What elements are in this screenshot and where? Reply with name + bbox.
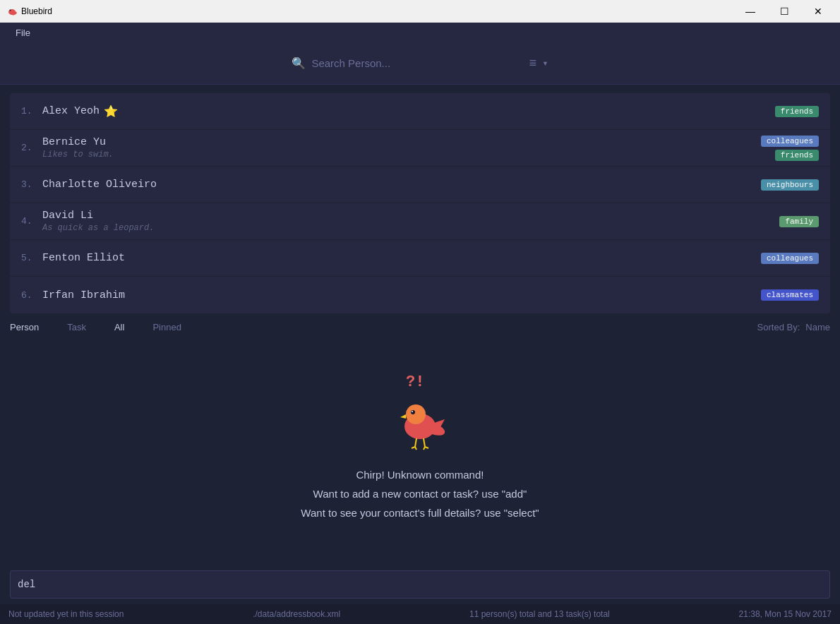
contact-row[interactable]: 6.Irfan Ibrahimclassmates [10, 277, 830, 313]
bottom-tabs: Person Task All Pinned Sorted By: Name [0, 316, 840, 338]
contact-note: Likes to swim. [42, 150, 761, 160]
contact-list: 1.Alex Yeoh⭐friends2.Bernice YuLikes to … [10, 93, 830, 313]
tab-all[interactable]: All [114, 322, 124, 332]
menu-file[interactable]: File [8, 25, 37, 41]
contact-info: Irfan Ibrahim [42, 289, 761, 301]
contact-info: Bernice YuLikes to swim. [42, 136, 761, 160]
filter-icon[interactable]: ≡ [529, 56, 536, 71]
search-input[interactable] [311, 57, 523, 69]
dropdown-icon[interactable]: ▾ [542, 57, 548, 69]
tag-family: family [779, 216, 819, 227]
status-stats: 11 person(s) total and 13 task(s) total [469, 609, 610, 619]
svg-marker-9 [400, 414, 406, 419]
contact-num: 3. [21, 179, 42, 190]
menu-bar: File [0, 23, 840, 42]
search-bar: 🔍 ≡ ▾ [0, 42, 840, 85]
svg-line-16 [424, 447, 425, 450]
tag-classmates: classmates [761, 289, 819, 301]
question-mark: ?! [406, 373, 424, 391]
contact-name: Alex Yeoh⭐ [42, 104, 775, 119]
close-button[interactable]: ✕ [802, 0, 834, 23]
error-messages: Chirp! Unknown command! Want to add a ne… [301, 465, 539, 522]
contact-name: Charlotte Oliveiro [42, 179, 761, 191]
contact-num: 5. [21, 253, 42, 263]
error-line3: Want to see your contact's full details?… [301, 503, 539, 522]
contact-info: Charlotte Oliveiro [42, 179, 761, 191]
tag-colleagues: colleagues [761, 253, 819, 264]
sorted-by-label: Sorted By: [757, 322, 800, 332]
sorted-by-value: Name [805, 322, 830, 332]
contact-num: 1. [21, 106, 42, 116]
contact-tags: colleaguesfriends [761, 136, 819, 161]
contact-info: David LiAs quick as a leopard. [42, 210, 779, 233]
tag-colleagues: colleagues [761, 136, 819, 147]
status-time: 21:38, Mon 15 Nov 2017 [739, 609, 832, 619]
tag-friends: friends [775, 150, 819, 161]
contact-num: 6. [21, 290, 42, 301]
search-icon: 🔍 [292, 56, 306, 71]
svg-point-7 [411, 410, 415, 414]
contact-row[interactable]: 2.Bernice YuLikes to swim.colleaguesfrie… [10, 130, 830, 167]
sort-info: Sorted By: Name [757, 322, 830, 332]
tab-pinned[interactable]: Pinned [152, 322, 181, 332]
contact-tags: classmates [761, 289, 819, 301]
status-left: Not updated yet in this session [8, 609, 124, 619]
svg-point-3 [10, 10, 11, 11]
command-input[interactable] [18, 579, 822, 590]
contact-info: Alex Yeoh⭐ [42, 104, 775, 119]
svg-line-11 [415, 438, 416, 447]
minimize-button[interactable]: — [734, 0, 767, 23]
svg-line-15 [425, 447, 428, 448]
title-bar: Bluebird — ☐ ✕ [0, 0, 840, 23]
title-bar-controls: — ☐ ✕ [734, 0, 834, 23]
svg-line-13 [412, 447, 415, 448]
contact-name: Irfan Ibrahim [42, 289, 761, 301]
status-bar: Not updated yet in this session ./data/a… [0, 604, 840, 624]
maximize-button[interactable]: ☐ [768, 0, 800, 23]
title-bar-left: Bluebird [6, 6, 52, 17]
tab-person[interactable]: Person [10, 322, 39, 332]
tab-task[interactable]: Task [67, 322, 86, 332]
svg-line-14 [415, 447, 416, 450]
contact-row[interactable]: 4.David LiAs quick as a leopard.family [10, 203, 830, 240]
error-line1: Chirp! Unknown command! [301, 465, 539, 484]
contact-num: 4. [21, 216, 42, 227]
contact-row[interactable]: 3.Charlotte Oliveironeighbours [10, 167, 830, 203]
contact-note: As quick as a leopard. [42, 223, 779, 233]
svg-point-8 [412, 411, 413, 412]
tag-friends: friends [775, 106, 819, 117]
contact-name: David Li [42, 210, 779, 222]
contact-info: Fenton Elliot [42, 252, 761, 264]
contact-tags: friends [775, 106, 819, 117]
contact-tags: family [779, 216, 819, 227]
svg-point-6 [406, 404, 426, 424]
main-content: ?! Chirp! Unknown command! Want [0, 338, 840, 565]
contact-tags: colleagues [761, 253, 819, 264]
error-line2: Want to add a new contact or task? use "… [301, 484, 539, 503]
app-title: Bluebird [21, 6, 52, 16]
contact-name: Bernice Yu [42, 136, 761, 148]
app-icon [6, 6, 17, 17]
contact-row[interactable]: 1.Alex Yeoh⭐friends [10, 93, 830, 130]
contact-num: 2. [21, 143, 42, 153]
contact-tags: neighbours [761, 179, 819, 191]
contact-name: Fenton Elliot [42, 252, 761, 264]
star-icon: ⭐ [104, 104, 118, 119]
svg-line-12 [424, 438, 425, 447]
bird-svg [385, 380, 455, 451]
contact-row[interactable]: 5.Fenton Elliotcolleagues [10, 240, 830, 277]
status-center: ./data/addressbook.xml [253, 609, 340, 619]
command-input-bar [10, 570, 830, 599]
tag-neighbours: neighbours [761, 179, 819, 191]
bird-illustration: ?! [385, 380, 455, 451]
